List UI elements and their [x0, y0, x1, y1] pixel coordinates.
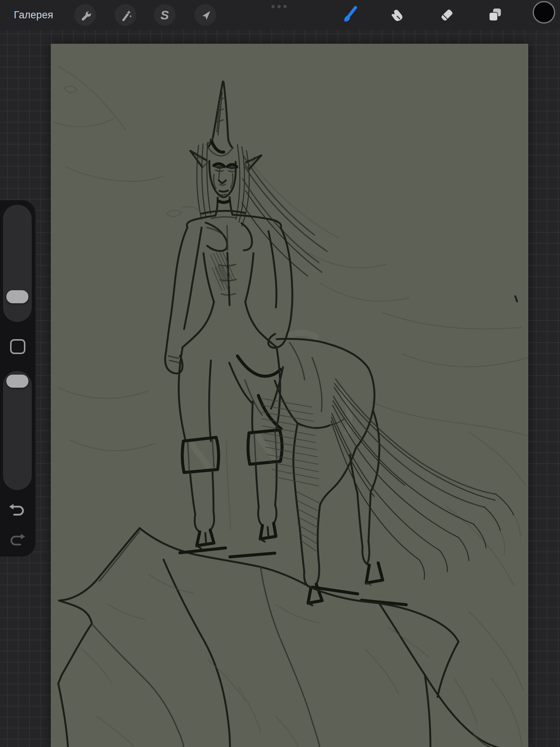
shading-hatch	[262, 399, 320, 551]
brush-opacity-slider[interactable]	[3, 371, 32, 490]
redo-arrow-icon	[9, 532, 26, 547]
transform-button[interactable]	[195, 4, 216, 26]
undo-button[interactable]	[6, 499, 28, 520]
wrench-icon	[78, 8, 92, 22]
smudge-finger-icon	[388, 5, 407, 25]
centaur-sketch	[51, 44, 528, 747]
face	[209, 161, 237, 197]
rocky-outcrop	[58, 528, 528, 747]
window-drag-dots[interactable]	[271, 5, 287, 8]
erase-tool-button[interactable]	[435, 3, 459, 27]
drawing-canvas[interactable]	[51, 44, 528, 747]
redo-button[interactable]	[6, 529, 28, 550]
undo-arrow-icon	[9, 502, 26, 517]
transform-arrow-icon	[199, 9, 212, 21]
brush-opacity-handle[interactable]	[6, 375, 28, 388]
app-window: Галерея S	[0, 0, 560, 747]
torso-arms	[165, 215, 292, 374]
elf-ears	[190, 151, 261, 170]
unicorn-horn	[207, 81, 233, 156]
selection-s-icon: S	[161, 9, 169, 21]
light-smudge-strokes	[193, 333, 349, 466]
modify-button[interactable]	[10, 339, 25, 354]
magic-wand-icon	[119, 8, 132, 22]
adjustments-button[interactable]	[115, 4, 136, 26]
selection-button[interactable]: S	[154, 4, 175, 26]
brush-icon	[339, 5, 360, 25]
smudge-tool-button[interactable]	[385, 3, 410, 27]
gallery-button[interactable]: Галерея	[14, 0, 53, 30]
color-swatch-button[interactable]	[533, 1, 555, 24]
horse-chest	[229, 356, 344, 429]
top-toolbar: Галерея S	[0, 0, 560, 30]
brush-size-handle[interactable]	[6, 290, 28, 303]
layers-icon	[485, 5, 505, 25]
eraser-icon	[437, 5, 457, 25]
horse-tail	[331, 379, 520, 579]
actions-button[interactable]	[74, 4, 96, 26]
paint-tool-button[interactable]	[337, 3, 362, 27]
hind-legs	[293, 410, 383, 605]
brush-sidebar	[0, 200, 35, 557]
layers-button[interactable]	[483, 3, 507, 27]
brush-size-slider[interactable]	[3, 205, 32, 322]
abdomen-hatching	[211, 251, 234, 290]
